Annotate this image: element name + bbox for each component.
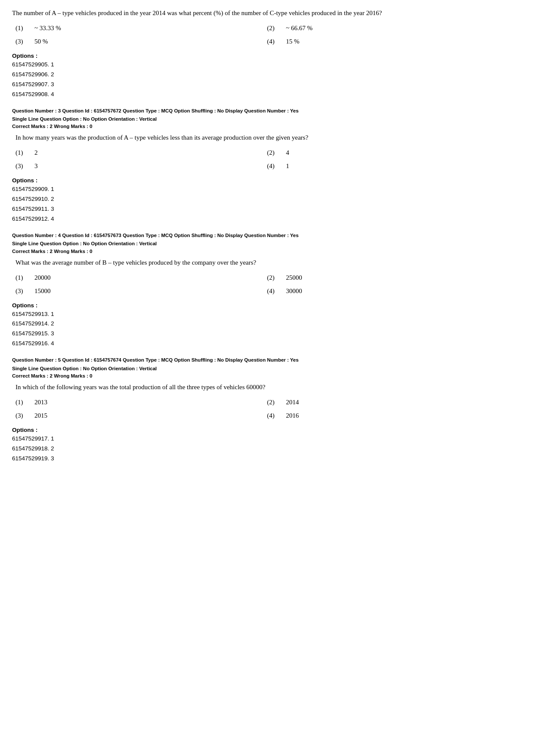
q5-option-4-val: 2016 xyxy=(286,410,299,422)
q2-opt-item-2: 61547529906. 2 xyxy=(12,70,522,80)
q4-option-4-val: 30000 xyxy=(286,285,302,297)
q5-meta-line2: Single Line Question Option : No Option … xyxy=(12,365,522,372)
q5-option-2: (2) 2014 xyxy=(267,397,518,408)
q2-option-4-val: 15 % xyxy=(286,36,299,47)
question-5-block: Question Number : 5 Question Id : 615475… xyxy=(12,356,522,463)
q4-correct-marks: Correct Marks : 2 Wrong Marks : 0 xyxy=(12,249,522,254)
q3-option-3-num: (3) xyxy=(16,160,28,172)
q4-option-3-num: (3) xyxy=(16,285,28,297)
q5-correct-marks: Correct Marks : 2 Wrong Marks : 0 xyxy=(12,373,522,378)
q4-option-1: (1) 20000 xyxy=(16,272,267,284)
q4-opt-item-3: 61547529915. 3 xyxy=(12,329,522,339)
question-3-block: Question Number : 3 Question Id : 615475… xyxy=(12,107,522,224)
q2-options-grid: (1) ~ 33.33 % (2) ~ 66.67 % (3) 50 % (4)… xyxy=(12,22,522,47)
q4-option-2-num: (2) xyxy=(267,272,279,284)
q4-meta-line1: Question Number : 4 Question Id : 615475… xyxy=(12,232,522,239)
q3-option-1-num: (1) xyxy=(16,147,28,159)
q3-text: In how many years was the production of … xyxy=(12,132,522,143)
q3-opt-item-3: 61547529911. 3 xyxy=(12,204,522,214)
q3-option-3-val: 3 xyxy=(34,160,38,172)
q5-option-3-val: 2015 xyxy=(34,410,47,422)
q2-option-3-val: 50 % xyxy=(34,36,48,47)
q5-option-1: (1) 2013 xyxy=(16,397,267,408)
q5-option-2-num: (2) xyxy=(267,397,279,408)
q4-option-3-val: 15000 xyxy=(34,285,51,297)
q4-meta-line2: Single Line Question Option : No Option … xyxy=(12,240,522,247)
q2-options-label: Options : xyxy=(12,53,522,59)
q5-option-4-num: (4) xyxy=(267,410,279,422)
q3-option-4: (4) 1 xyxy=(267,160,518,172)
q5-option-1-val: 2013 xyxy=(34,397,47,408)
q3-meta-line2: Single Line Question Option : No Option … xyxy=(12,116,522,123)
q2-option-2-val: ~ 66.67 % xyxy=(286,22,313,34)
q4-opt-item-2: 61547529914. 2 xyxy=(12,319,522,329)
q4-text: What was the average number of B – type … xyxy=(12,257,522,268)
q2-option-1-val: ~ 33.33 % xyxy=(34,22,61,34)
q4-options-grid: (1) 20000 (2) 25000 (3) 15000 (4) 30000 xyxy=(12,272,522,297)
intro-text: The number of A – type vehicles produced… xyxy=(12,8,522,18)
q3-option-1: (1) 2 xyxy=(16,147,267,159)
q5-options-grid: (1) 2013 (2) 2014 (3) 2015 (4) 2016 xyxy=(12,397,522,422)
q2-option-4-num: (4) xyxy=(267,36,279,47)
q2-option-4: (4) 15 % xyxy=(267,36,518,47)
q4-option-4: (4) 30000 xyxy=(267,285,518,297)
q2-opt-item-4: 61547529908. 4 xyxy=(12,90,522,100)
q3-option-2: (2) 4 xyxy=(267,147,518,159)
q5-meta-line1: Question Number : 5 Question Id : 615475… xyxy=(12,356,522,364)
q3-opt-item-1: 61547529909. 1 xyxy=(12,184,522,194)
q4-option-4-num: (4) xyxy=(267,285,279,297)
q3-option-4-num: (4) xyxy=(267,160,279,172)
question-4-block: Question Number : 4 Question Id : 615475… xyxy=(12,232,522,349)
q2-opt-item-1: 61547529905. 1 xyxy=(12,60,522,70)
q2-option-1: (1) ~ 33.33 % xyxy=(16,22,267,34)
q3-meta-line1: Question Number : 3 Question Id : 615475… xyxy=(12,107,522,115)
q5-opt-item-2: 61547529918. 2 xyxy=(12,444,522,454)
q2-option-2: (2) ~ 66.67 % xyxy=(267,22,518,34)
q5-option-4: (4) 2016 xyxy=(267,410,518,422)
q5-options-label: Options : xyxy=(12,427,522,433)
q5-option-3-num: (3) xyxy=(16,410,28,422)
q3-option-2-num: (2) xyxy=(267,147,279,159)
q3-option-1-val: 2 xyxy=(34,147,38,159)
q4-options-list: 61547529913. 1 61547529914. 2 6154752991… xyxy=(12,309,522,349)
q4-option-1-val: 20000 xyxy=(34,272,51,284)
q2-opt-item-3: 61547529907. 3 xyxy=(12,80,522,90)
q4-options-label: Options : xyxy=(12,302,522,309)
q3-option-2-val: 4 xyxy=(286,147,289,159)
q2-option-3-num: (3) xyxy=(16,36,28,47)
q3-opt-item-2: 61547529910. 2 xyxy=(12,194,522,204)
q5-options-list: 61547529917. 1 61547529918. 2 6154752991… xyxy=(12,434,522,464)
q3-opt-item-4: 61547529912. 4 xyxy=(12,214,522,224)
q3-options-label: Options : xyxy=(12,177,522,184)
q4-option-2-val: 25000 xyxy=(286,272,302,284)
q5-opt-item-1: 61547529917. 1 xyxy=(12,434,522,444)
q4-option-3: (3) 15000 xyxy=(16,285,267,297)
q2-option-2-num: (2) xyxy=(267,22,279,34)
q4-option-1-num: (1) xyxy=(16,272,28,284)
q3-options-grid: (1) 2 (2) 4 (3) 3 (4) 1 xyxy=(12,147,522,172)
q5-option-2-val: 2014 xyxy=(286,397,299,408)
q2-options-list: 61547529905. 1 61547529906. 2 6154752990… xyxy=(12,60,522,100)
q2-option-3: (3) 50 % xyxy=(16,36,267,47)
q5-option-1-num: (1) xyxy=(16,397,28,408)
q3-option-3: (3) 3 xyxy=(16,160,267,172)
q3-options-list: 61547529909. 1 61547529910. 2 6154752991… xyxy=(12,184,522,224)
q3-option-4-val: 1 xyxy=(286,160,289,172)
q3-correct-marks: Correct Marks : 2 Wrong Marks : 0 xyxy=(12,124,522,129)
q2-option-1-num: (1) xyxy=(16,22,28,34)
q4-opt-item-1: 61547529913. 1 xyxy=(12,309,522,319)
intro-question: The number of A – type vehicles produced… xyxy=(12,8,522,100)
q5-opt-item-3: 61547529919. 3 xyxy=(12,454,522,464)
q4-opt-item-4: 61547529916. 4 xyxy=(12,339,522,349)
q5-option-3: (3) 2015 xyxy=(16,410,267,422)
q5-text: In which of the following years was the … xyxy=(12,382,522,392)
q4-option-2: (2) 25000 xyxy=(267,272,518,284)
